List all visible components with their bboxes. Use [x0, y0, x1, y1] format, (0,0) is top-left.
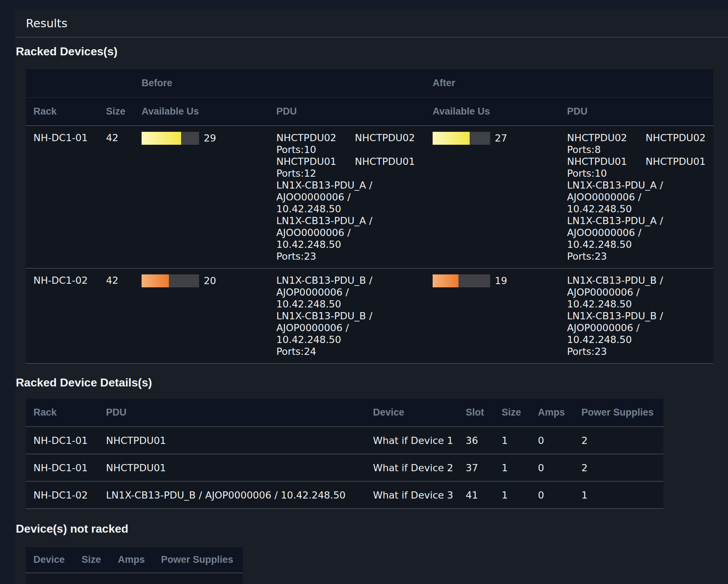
availability-bar-fill	[433, 274, 459, 287]
rack-cell: NH-DC1-01	[26, 132, 98, 262]
size-cell: 42	[98, 274, 134, 357]
column-header-size: Size	[98, 106, 134, 117]
pdu-after-cell: NHCTPDU02 NHCTPDU02 Ports:8 NHCTPDU01 NH…	[559, 132, 713, 262]
available-us-after-cell: 19	[425, 274, 559, 357]
rack-cell: NH-DC1-01	[26, 435, 98, 446]
racked-device-details-table: Rack PDU Device Slot Size Amps Power Sup…	[26, 399, 663, 509]
column-header-size: Size	[74, 554, 110, 565]
availability-bar	[433, 132, 490, 145]
device-cell: What if Device 3	[365, 489, 458, 501]
availability-bar	[142, 132, 199, 145]
available-us-value: 20	[204, 274, 216, 287]
column-header-size: Size	[494, 407, 530, 418]
power-supplies-cell: 1	[574, 489, 663, 501]
available-us-value: 29	[204, 132, 216, 145]
pdu-cell: NHCTPDU01	[98, 462, 365, 474]
results-card: Results Racked Devices(s) Before After R…	[15, 9, 728, 584]
rack-cell: NH-DC1-02	[26, 274, 98, 357]
rack-cell: NH-DC1-01	[26, 462, 98, 474]
racked-devices-column-header-row: Rack Size Available Us PDU Available Us …	[26, 98, 713, 126]
not-racked-empty-row	[26, 573, 243, 584]
details-table-row: NH-DC1-02 LN1X-CB13-PDU_B / AJOP0000006 …	[26, 482, 663, 509]
racked-device-details-section-title: Racked Device Details(s)	[16, 376, 728, 389]
not-racked-column-header-row: Device Size Amps Power Supplies	[26, 547, 243, 573]
column-header-pdu-after: PDU	[559, 106, 713, 117]
column-header-rack: Rack	[26, 106, 98, 117]
details-column-header-row: Rack PDU Device Slot Size Amps Power Sup…	[26, 399, 663, 427]
size-cell: 1	[494, 489, 530, 501]
group-header-before: Before	[134, 78, 425, 89]
pdu-cell: NHCTPDU01	[98, 435, 365, 446]
column-header-pdu-before: PDU	[269, 106, 425, 117]
pdu-before-cell: LN1X-CB13-PDU_B / AJOP0000006 / 10.42.24…	[269, 274, 425, 357]
column-header-amps: Amps	[110, 554, 153, 565]
column-header-slot: Slot	[458, 407, 494, 418]
power-supplies-cell: 2	[574, 462, 663, 474]
availability-bar-fill	[433, 132, 470, 145]
available-us-before-cell: 20	[134, 274, 269, 357]
device-cell: What if Device 2	[365, 462, 458, 474]
size-cell: 1	[494, 462, 530, 474]
available-us-after-cell: 27	[425, 132, 559, 262]
column-header-device: Device	[26, 554, 74, 565]
size-cell: 1	[494, 435, 530, 446]
devices-not-racked-section-title: Device(s) not racked	[16, 522, 728, 536]
slot-cell: 41	[458, 489, 494, 501]
rack-cell: NH-DC1-02	[26, 489, 98, 501]
availability-bar-fill	[142, 132, 181, 145]
column-header-available-after: Available Us	[425, 106, 559, 117]
racked-devices-table-row: NH-DC1-02 42 20 LN1X-CB13-PDU_B / AJOP00…	[26, 269, 713, 364]
available-us-value: 19	[495, 274, 507, 287]
racked-devices-group-header-row: Before After	[26, 69, 713, 98]
group-header-after: After	[425, 78, 713, 89]
results-page: Results Racked Devices(s) Before After R…	[0, 0, 728, 584]
page-title: Results	[26, 17, 68, 30]
slot-cell: 37	[458, 462, 494, 474]
column-header-amps: Amps	[530, 407, 574, 418]
details-table-row: NH-DC1-01 NHCTPDU01 What if Device 1 36 …	[26, 427, 663, 454]
column-header-power-supplies: Power Supplies	[574, 407, 663, 418]
availability-bar	[142, 274, 199, 287]
details-table-row: NH-DC1-01 NHCTPDU01 What if Device 2 37 …	[26, 454, 663, 482]
amps-cell: 0	[530, 489, 574, 501]
column-header-available-before: Available Us	[134, 106, 269, 117]
pdu-after-cell: LN1X-CB13-PDU_B / AJOP0000006 / 10.42.24…	[559, 274, 713, 357]
power-supplies-cell: 2	[574, 435, 663, 446]
available-us-value: 27	[495, 132, 507, 145]
slot-cell: 36	[458, 435, 494, 446]
availability-bar	[433, 274, 490, 287]
device-cell: What if Device 1	[365, 435, 458, 446]
column-header-rack: Rack	[26, 407, 98, 418]
column-header-device: Device	[365, 407, 458, 418]
size-cell: 42	[98, 132, 134, 262]
results-card-header: Results	[15, 9, 728, 38]
racked-devices-table: Before After Rack Size Available Us PDU …	[26, 69, 713, 364]
devices-not-racked-table: Device Size Amps Power Supplies	[26, 547, 243, 584]
pdu-before-cell: NHCTPDU02 NHCTPDU02 Ports:10 NHCTPDU01 N…	[269, 132, 425, 262]
racked-devices-section-title: Racked Devices(s)	[16, 45, 728, 58]
column-header-pdu: PDU	[98, 407, 365, 418]
available-us-before-cell: 29	[134, 132, 269, 262]
pdu-cell: LN1X-CB13-PDU_B / AJOP0000006 / 10.42.24…	[98, 489, 365, 501]
racked-devices-table-row: NH-DC1-01 42 29 NHCTPDU02 NHCTPDU02 Port…	[26, 126, 713, 269]
amps-cell: 0	[530, 462, 574, 474]
availability-bar-fill	[142, 274, 169, 287]
column-header-power-supplies: Power Supplies	[153, 554, 243, 565]
amps-cell: 0	[530, 435, 574, 446]
